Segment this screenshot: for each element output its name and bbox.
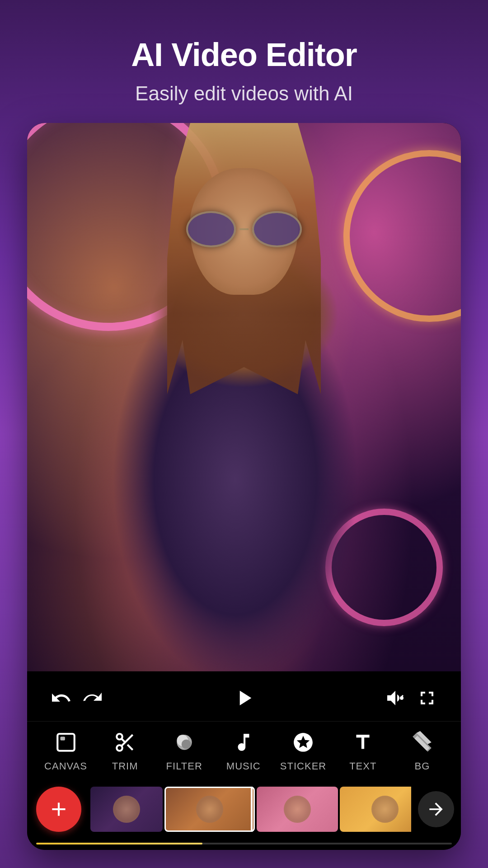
text-label: TEXT: [349, 760, 376, 772]
clip-4[interactable]: [340, 787, 411, 832]
tool-bg[interactable]: BG: [399, 729, 445, 772]
phone-frame: CANVAS TRIM FILTER: [27, 123, 461, 850]
app-title: AI Video Editor: [18, 36, 470, 73]
svg-rect-2: [60, 737, 65, 741]
sticker-label: STICKER: [280, 760, 326, 772]
filter-label: FILTER: [166, 760, 202, 772]
text-icon: [349, 729, 376, 756]
tool-trim[interactable]: TRIM: [103, 729, 148, 772]
tool-canvas[interactable]: CANVAS: [43, 729, 89, 772]
clip-2-thumbnail: [166, 788, 253, 830]
clip-3[interactable]: [257, 787, 338, 832]
clip-4-thumbnail: [340, 787, 411, 832]
svg-point-7: [181, 740, 191, 749]
clip-2[interactable]: [164, 787, 255, 832]
svg-point-4: [117, 745, 122, 751]
progress-bar-container: [27, 839, 461, 850]
filter-icon: [171, 729, 198, 756]
clip-1-thumbnail: [90, 787, 163, 832]
person-overlay: [27, 123, 461, 671]
play-button[interactable]: [228, 682, 260, 714]
redo-button[interactable]: [77, 682, 108, 714]
video-toolbar: [27, 671, 461, 721]
tool-filter[interactable]: FILTER: [162, 729, 207, 772]
timeline-clips: [90, 787, 411, 832]
timeline: [27, 781, 461, 839]
undo-button[interactable]: [45, 682, 77, 714]
next-button[interactable]: [418, 791, 454, 827]
sticker-icon: [290, 729, 317, 756]
tool-text[interactable]: TEXT: [340, 729, 385, 772]
person-sunglasses: [186, 211, 302, 247]
clip-1[interactable]: [90, 787, 163, 832]
bg-icon: [408, 729, 436, 756]
app-subtitle: Easily edit videos with AI: [18, 82, 470, 105]
bg-label: BG: [414, 760, 430, 772]
sunglasses-lens-right: [252, 211, 302, 247]
svg-point-0: [400, 696, 404, 700]
svg-point-3: [117, 734, 122, 740]
fullscreen-button[interactable]: [411, 682, 443, 714]
tool-music[interactable]: MUSIC: [221, 729, 266, 772]
music-label: MUSIC: [226, 760, 261, 772]
sunglasses-lens-left: [186, 211, 236, 247]
scissors-icon: [112, 729, 139, 756]
clip-3-thumbnail: [257, 787, 338, 832]
video-preview[interactable]: [27, 123, 461, 671]
music-icon: [230, 729, 257, 756]
tools-bar: CANVAS TRIM FILTER: [27, 721, 461, 781]
canvas-label: CANVAS: [44, 760, 87, 772]
progress-fill: [36, 843, 202, 844]
sunglasses-bridge: [239, 228, 249, 230]
tool-sticker[interactable]: STICKER: [280, 729, 326, 772]
add-media-button[interactable]: [36, 787, 81, 832]
person-figure: [27, 123, 461, 671]
volume-button[interactable]: [380, 682, 411, 714]
app-header: AI Video Editor Easily edit videos with …: [0, 0, 488, 123]
svg-rect-1: [57, 734, 75, 751]
canvas-icon: [52, 729, 80, 756]
playhead: [251, 787, 253, 832]
progress-track[interactable]: [36, 843, 452, 844]
trim-label: TRIM: [112, 760, 138, 772]
